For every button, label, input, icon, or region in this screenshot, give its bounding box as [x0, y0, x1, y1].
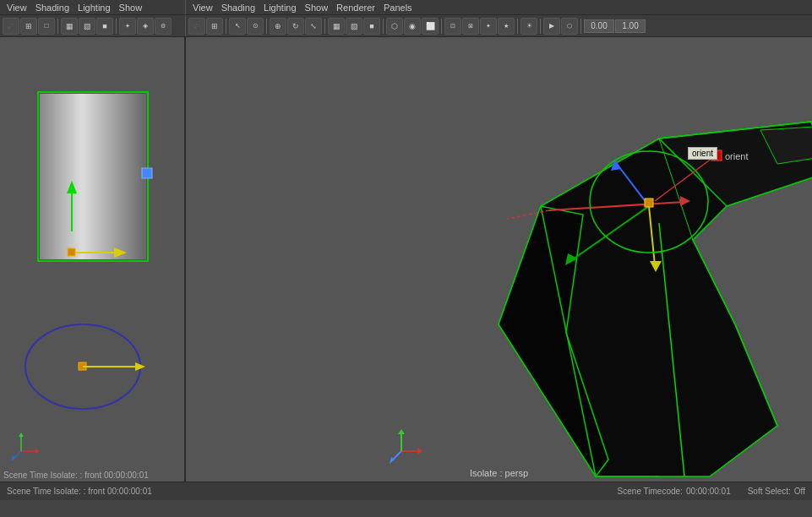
left-tb-btn-7[interactable]: ✦ [119, 18, 136, 35]
left-menu-view[interactable]: View [3, 2, 30, 14]
soft-select-label: Soft Select: [748, 487, 791, 496]
right-tb-cyl[interactable]: ⬜ [422, 18, 439, 35]
right-tb-snap3[interactable]: ✦ [480, 18, 497, 35]
left-tb-btn-3[interactable]: □ [38, 18, 55, 35]
left-tb-btn-5[interactable]: ▧ [79, 18, 95, 35]
right-tb-wire[interactable]: ▦ [328, 18, 345, 35]
svg-text:orient: orient [725, 151, 749, 161]
svg-rect-8 [68, 248, 75, 256]
right-menu-lighting[interactable]: Lighting [260, 2, 300, 14]
orient-label: orient [688, 147, 717, 160]
left-tb-btn-6[interactable]: ■ [96, 18, 113, 35]
right-tb-render2[interactable]: ⬡ [561, 18, 578, 35]
scene-timecode-value: 00:00:00:01 [686, 487, 731, 496]
right-tb-value2[interactable] [615, 19, 646, 33]
right-tb-cube[interactable]: ⬡ [386, 18, 403, 35]
right-tb-lasso[interactable]: ⊙ [247, 18, 264, 35]
right-menu-renderer[interactable]: Renderer [333, 2, 379, 14]
left-menu-show[interactable]: Show [116, 2, 146, 14]
left-tb-btn-8[interactable]: ◈ [137, 18, 154, 35]
left-menu-lighting[interactable]: Lighting [74, 2, 114, 14]
right-tb-sphere[interactable]: ◉ [404, 18, 421, 35]
isolate-label: Isolate : persp [470, 468, 528, 478]
soft-select-value: Off [794, 487, 805, 496]
svg-rect-2 [40, 94, 146, 259]
right-menu-panels[interactable]: Panels [380, 2, 416, 14]
right-tb-snap4[interactable]: ★ [498, 18, 515, 35]
right-tb-snap2[interactable]: ⊠ [462, 18, 479, 35]
right-tb-snap1[interactable]: ⊡ [444, 18, 461, 35]
left-menu-shading[interactable]: Shading [32, 2, 73, 14]
right-tb-value1[interactable] [584, 19, 614, 33]
left-tb-btn-4[interactable]: ▦ [61, 18, 78, 35]
right-tb-scale[interactable]: ⤡ [305, 18, 322, 35]
right-tb-move[interactable]: ⊕ [270, 18, 286, 35]
right-tb-render1[interactable]: ▶ [543, 18, 560, 35]
right-tb-light[interactable]: ☀ [520, 18, 537, 35]
left-tb-btn-2[interactable]: ⊞ [20, 18, 37, 35]
right-menu-show[interactable]: Show [302, 2, 332, 14]
scene-timecode-label: Scene Timecode: [618, 487, 683, 496]
left-tb-btn-1[interactable]: 🎥 [3, 18, 19, 35]
right-menu-shading[interactable]: Shading [218, 2, 259, 14]
right-tb-grid[interactable]: ⊞ [206, 18, 223, 35]
left-tb-btn-9[interactable]: ⚙ [155, 18, 172, 35]
right-tb-rotate[interactable]: ↻ [287, 18, 304, 35]
right-tb-select[interactable]: ↖ [229, 18, 246, 35]
status-left: Scene Time Isolate: : front 00:00:00:01 [7, 487, 152, 496]
svg-rect-46 [645, 199, 653, 207]
svg-rect-5 [142, 168, 152, 178]
right-menu-view[interactable]: View [189, 2, 216, 14]
right-tb-solid[interactable]: ■ [363, 18, 380, 35]
right-tb-cam[interactable]: 🎥 [188, 18, 205, 35]
right-tb-smooth[interactable]: ▧ [346, 18, 362, 35]
left-status: Scene Time Isolate: : front 00:00:00:01 [3, 471, 149, 480]
